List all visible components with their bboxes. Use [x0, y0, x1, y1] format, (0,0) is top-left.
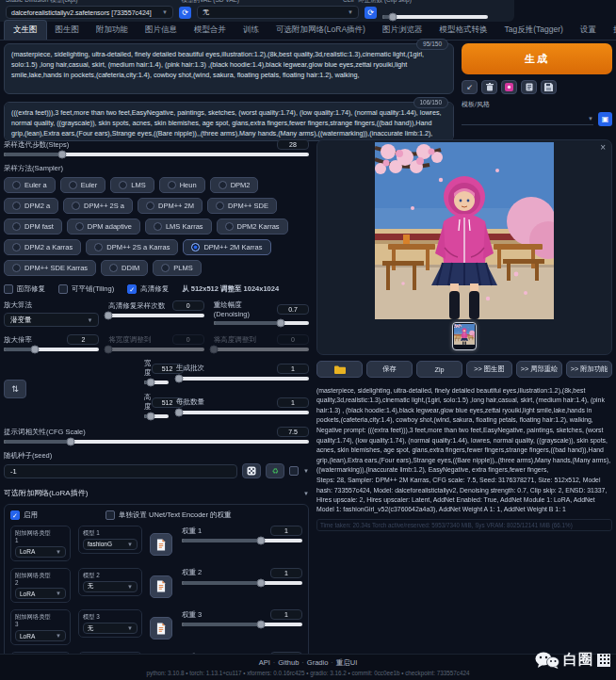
slider-track[interactable] — [144, 414, 169, 418]
slider-knob[interactable] — [67, 438, 75, 446]
slider-track[interactable] — [4, 153, 309, 156]
swap-dimensions-button[interactable]: ⇅ — [4, 380, 26, 398]
sampler-option[interactable]: DPM2 a Karras — [4, 239, 81, 255]
zip-button[interactable]: Zip — [416, 361, 462, 378]
sampler-option[interactable]: DPM2 a — [4, 198, 58, 214]
width-slider[interactable]: 宽度512 — [144, 359, 169, 384]
tab-6[interactable]: 训练 — [235, 21, 267, 40]
denoising-slider[interactable]: 重绘幅度(Denoising)0.7 — [214, 300, 309, 327]
slider-knob[interactable] — [146, 379, 154, 387]
lora-model-select[interactable]: 无▼ — [83, 623, 138, 634]
negative-prompt-input[interactable]: (((extra feet))),3 feet,more than two fe… — [4, 102, 454, 141]
sampler-option[interactable]: DPM++ SDE — [207, 198, 277, 214]
slider-value[interactable]: 0 — [172, 300, 204, 311]
sampler-option[interactable]: DPM++ 2M Karras — [183, 239, 270, 255]
generated-image[interactable] — [375, 142, 554, 319]
slider-track[interactable] — [4, 348, 99, 351]
batch-count-slider[interactable]: 生成批次1 — [176, 364, 309, 380]
tab-12[interactable]: 扩展 — [605, 21, 616, 40]
generate-button[interactable]: 生成 — [462, 43, 612, 74]
slider-value[interactable]: 0.7 — [277, 304, 309, 315]
lora-weight-slider[interactable]: 权重 21 — [182, 568, 302, 585]
lora-accordion-header[interactable]: 可选附加网络(LoRA插件)▼ — [4, 488, 309, 498]
tab-3[interactable]: 附加功能 — [88, 21, 137, 40]
close-icon[interactable]: × — [600, 142, 606, 153]
positive-prompt-input[interactable]: (masterpiece, sidelighting, ultra-detail… — [4, 43, 454, 94]
sampler-option[interactable]: LMS Karras — [145, 219, 212, 235]
lora-model-file-button[interactable] — [150, 533, 172, 556]
steps-slider[interactable]: 采样迭代步数(Steps)28 — [4, 139, 309, 156]
read-last-params-button[interactable]: ↙ — [462, 80, 478, 94]
vae-select[interactable]: 无▼ — [197, 6, 359, 19]
upscale-by-slider[interactable]: 放大倍率2 — [4, 334, 99, 351]
reuse-seed-button[interactable]: ♻ — [266, 463, 284, 478]
slider-knob[interactable] — [174, 408, 183, 416]
sampler-option[interactable]: DPM++ 2M — [138, 198, 203, 214]
cfg-slider[interactable]: 提示词相关性(CFG Scale)7.5 — [4, 427, 309, 444]
slider-knob[interactable] — [174, 374, 183, 382]
slider-knob[interactable] — [57, 151, 66, 159]
refresh-vae-button[interactable]: ⟳ — [365, 7, 377, 19]
extra-networks-button[interactable] — [501, 80, 517, 94]
lora-model-file-button[interactable] — [150, 617, 172, 640]
slider-track[interactable] — [108, 314, 203, 317]
slider-value[interactable]: 1 — [277, 364, 309, 374]
slider-knob[interactable] — [146, 413, 154, 421]
footer-link-2[interactable]: Github — [278, 658, 299, 667]
batch-size-slider[interactable]: 每批数量1 — [176, 397, 309, 414]
lora-weight-slider[interactable]: 权重 11 — [182, 526, 302, 542]
lora-type-select[interactable]: LoRA▼ — [15, 630, 66, 641]
slider-value[interactable]: 0 — [277, 334, 309, 345]
lora-separate-weights-checkbox[interactable]: 单独设置 UNet/Text Encoder 的权重 — [105, 510, 232, 520]
slider-knob[interactable] — [105, 312, 113, 320]
tab-5[interactable]: 模型合并 — [186, 21, 235, 40]
lora-model-select[interactable]: 无▼ — [83, 581, 138, 592]
sampler-option[interactable]: LMS — [110, 177, 154, 193]
sampler-option[interactable]: DDIM — [101, 260, 148, 276]
tab-11[interactable]: 设置 — [572, 21, 605, 40]
slider-track[interactable] — [214, 321, 309, 325]
save-button[interactable]: 保存 — [366, 361, 413, 378]
slider-track[interactable] — [382, 15, 488, 19]
footer-link-3[interactable]: Gradio — [307, 658, 329, 667]
apply-selected-style-button[interactable]: ▣ — [598, 112, 612, 126]
hires-steps-slider[interactable]: 高清修复采样次数0 — [108, 300, 203, 327]
slider-track[interactable] — [214, 348, 309, 351]
checkpoint-select[interactable]: dalceforealistictallyv2.safetensors [733… — [6, 6, 173, 19]
slider-knob[interactable] — [276, 319, 284, 328]
lora-model-select[interactable]: fashionG▼ — [83, 539, 138, 550]
lora-weight-slider[interactable]: 权重 31 — [182, 609, 302, 626]
save-style-button[interactable] — [541, 80, 557, 94]
style-select[interactable]: ▼ — [462, 113, 593, 125]
slider-value[interactable]: 28 — [277, 139, 309, 150]
upscaler-select[interactable]: 潜变量▼ — [4, 313, 99, 327]
slider-track[interactable] — [4, 440, 309, 444]
clip-skip-slider[interactable] — [382, 15, 488, 19]
slider-value[interactable]: 2 — [67, 334, 99, 345]
send-to-extras-button[interactable]: >> 附加功能 — [566, 361, 612, 378]
sampler-option[interactable]: DPM++ 2S a Karras — [86, 239, 178, 255]
hires-fix-checkbox[interactable]: ✓高清修复 — [127, 284, 169, 294]
sampler-option[interactable]: Euler a — [4, 177, 56, 193]
slider-value[interactable]: 0 — [172, 334, 204, 345]
extra-seed-checkbox[interactable] — [289, 466, 299, 476]
restore-faces-checkbox[interactable]: 面部修复 — [4, 284, 45, 294]
sampler-option[interactable]: DPM adaptive — [67, 219, 140, 235]
lora-model-file-button[interactable] — [150, 575, 172, 598]
sampler-option[interactable]: PLMS — [153, 260, 201, 276]
tab-4[interactable]: 图片信息 — [137, 21, 186, 40]
random-seed-button[interactable] — [242, 463, 261, 478]
slider-value[interactable]: 1 — [277, 397, 309, 408]
sampler-option[interactable]: DPM++ 2S a — [63, 198, 133, 214]
sampler-option[interactable]: Euler — [60, 177, 106, 193]
gallery-thumbnail[interactable] — [452, 322, 477, 350]
tab-9[interactable]: 模型格式转换 — [430, 21, 495, 40]
sampler-option[interactable]: DPM2 — [210, 177, 259, 193]
slider-track[interactable] — [108, 348, 203, 351]
send-to-inpaint-button[interactable]: >> 局部重绘 — [516, 361, 562, 378]
sampler-option[interactable]: DPM++ SDE Karras — [4, 260, 96, 276]
footer-link-1[interactable]: API — [259, 658, 270, 667]
clear-prompt-button[interactable] — [481, 80, 497, 94]
sampler-option[interactable]: DPM fast — [4, 219, 62, 235]
slider-knob[interactable] — [209, 346, 218, 354]
